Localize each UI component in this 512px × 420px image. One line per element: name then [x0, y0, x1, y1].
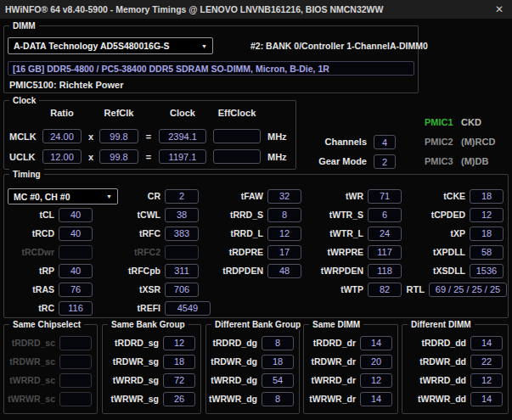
field-tRFC: tRFC383: [94, 224, 199, 243]
tWRRD_sc-value: [59, 373, 92, 388]
field-tWRRD_sc: tWRRD_sc: [6, 371, 92, 389]
field-tWRWR_dr: tWRWR_dr14: [306, 389, 392, 408]
field-tXPDLL: tXPDLL58: [400, 243, 504, 261]
field-tWRRD_dr: tWRRD_dr12: [306, 371, 392, 389]
same-chipselect-fields: tRDRD_sctRDWR_sctWRRD_sctWRWR_sc: [6, 333, 92, 408]
field-tRP: tRP40: [6, 261, 93, 280]
CR-value[interactable]: 2: [165, 189, 199, 204]
tWRWR_dd-value[interactable]: 14: [470, 392, 503, 406]
tWRWR_sg-value[interactable]: 26: [163, 392, 195, 406]
field-tWR: tWR71: [300, 187, 402, 205]
tRC-value[interactable]: 116: [59, 301, 93, 316]
tRRD_S-value[interactable]: 8: [267, 208, 301, 222]
module-info-text: [16 GB] DDR5-4800 / PC5-38400 DDR5 SDRAM…: [13, 64, 329, 74]
tRDRD_sg-label: tRDRD_sg: [104, 338, 159, 348]
field-tRDWR_dg: tRDWR_dg18: [208, 352, 294, 371]
gear-mode-value[interactable]: 2: [374, 154, 396, 169]
tCWL-value[interactable]: 38: [165, 208, 199, 222]
tRDWR_dd-label: tRDWR_dd: [404, 356, 466, 367]
tWTR_L-value[interactable]: 24: [368, 227, 402, 241]
tRAS-value[interactable]: 76: [59, 283, 93, 297]
tRDRD_dr-value[interactable]: 14: [360, 336, 392, 350]
tRFC-value[interactable]: 383: [165, 227, 199, 241]
tWTR_S-value[interactable]: 6: [368, 208, 402, 222]
rtl-value[interactable]: 69 / 25 / 25 / 25: [429, 283, 507, 297]
field-tWRRD_dd: tWRRD_dd12: [404, 371, 503, 389]
field-tXSDLL: tXSDLL1536: [400, 261, 504, 280]
tXPDLL-value[interactable]: 58: [470, 245, 504, 260]
field-tRDRD_sg: tRDRD_sg12: [104, 333, 195, 352]
tRCDwr-value: [59, 245, 93, 260]
module-info-box: [16 GB] DDR5-4800 / PC5-38400 DDR5 SDRAM…: [8, 61, 414, 76]
rtl-field: RTL 69 / 25 / 25 / 25: [391, 280, 507, 299]
tWTR_S-label: tWTR_S: [300, 210, 363, 220]
tRAS-label: tRAS: [6, 284, 54, 294]
uclk-effclock-value[interactable]: [213, 149, 261, 164]
tRCD-value[interactable]: 40: [59, 227, 93, 241]
field-tRRD_S: tRRD_S8: [200, 205, 301, 224]
gear-mode-label: Gear Mode: [299, 156, 367, 166]
timing-column-3: tFAW32tRRD_S8tRRD_L12tRDPRE17tRDPDEN48: [200, 187, 301, 280]
tCPDED-value[interactable]: 12: [470, 208, 504, 222]
different-bank-group-fields: tRDRD_dg8tRDWR_dg18tWRRD_dg54tWRWR_dg8: [208, 333, 294, 408]
tWRRD_dd-value[interactable]: 12: [470, 373, 503, 388]
tRFCpb-value[interactable]: 311: [165, 264, 199, 278]
tWRWR_sc-value: [59, 392, 92, 406]
channels-value[interactable]: 4: [374, 135, 396, 149]
tXPDLL-label: tXPDLL: [400, 247, 465, 257]
close-icon[interactable]: ✕: [495, 0, 504, 19]
pmic1-tag: CKD: [461, 117, 481, 127]
mclk-clock-value[interactable]: 2394.1: [159, 129, 206, 143]
tRP-value[interactable]: 40: [59, 264, 93, 278]
tRDWR_sg-value[interactable]: 18: [163, 355, 195, 369]
tWRPRE-value[interactable]: 117: [368, 245, 402, 260]
multiply-sign: x: [86, 132, 96, 142]
field-tRCDwr: tRCDwr: [6, 243, 93, 261]
uclk-ratio-value[interactable]: 12.00: [42, 149, 82, 164]
pmic3-label: PMIC3: [425, 156, 453, 166]
field-tRRD_L: tRRD_L12: [200, 224, 301, 243]
uclk-refclk-value[interactable]: 99.8: [99, 149, 138, 164]
tFAW-value[interactable]: 32: [267, 189, 301, 204]
tWRRD_dr-value[interactable]: 12: [360, 373, 392, 388]
tWRWR_dr-value[interactable]: 14: [360, 392, 392, 406]
tWR-value[interactable]: 71: [368, 189, 402, 204]
tRDWR_dg-value[interactable]: 18: [262, 355, 294, 369]
tRDWR_dr-value[interactable]: 20: [360, 355, 392, 369]
tRDRD_dd-value[interactable]: 14: [470, 336, 503, 350]
uclk-clock-value[interactable]: 1197.1: [159, 149, 206, 164]
mclk-effclock-value[interactable]: [213, 129, 261, 143]
field-tRAS: tRAS76: [6, 280, 93, 299]
tRDWR_dd-value[interactable]: 22: [470, 355, 503, 369]
rtl-label: RTL: [391, 284, 425, 294]
mclk-ratio-value[interactable]: 24.00: [42, 129, 82, 143]
tXSDLL-value[interactable]: 1536: [470, 264, 504, 278]
tWTP-label: tWTP: [300, 284, 363, 294]
tRDRD_dg-value[interactable]: 8: [262, 336, 294, 350]
tCKE-value[interactable]: 18: [470, 189, 504, 204]
tWRPDEN-value[interactable]: 118: [368, 264, 402, 278]
tRDPDEN-value[interactable]: 48: [267, 264, 301, 278]
tWRWR_dr-label: tWRWR_dr: [306, 394, 356, 404]
tWRWR_dg-value[interactable]: 8: [262, 392, 294, 406]
timing-column-4: tWR71tWTR_S6tWTR_L24tWRPRE117tWRPDEN118t…: [300, 187, 402, 299]
tRDWR_dr-label: tRDWR_dr: [306, 356, 356, 367]
tXP-value[interactable]: 18: [470, 227, 504, 241]
tXSR-value[interactable]: 706: [165, 283, 199, 297]
tRDWR_dg-label: tRDWR_dg: [208, 356, 257, 367]
tWRRD_dd-label: tWRRD_dd: [404, 375, 466, 385]
CR-label: CR: [94, 191, 160, 201]
tWRRD_dg-value[interactable]: 54: [262, 373, 294, 388]
timing-legend: Timing: [9, 169, 44, 180]
mclk-refclk-value[interactable]: 99.8: [99, 129, 138, 143]
chevron-down-icon: ▼: [201, 43, 207, 49]
equals-sign: =: [143, 132, 154, 142]
tRRD_L-value[interactable]: 12: [267, 227, 301, 241]
dimm-selector[interactable]: A-DATA Technology AD5S480016G-S ▼: [8, 37, 213, 54]
tCL-value[interactable]: 40: [59, 208, 93, 222]
tREFI-value[interactable]: 4549: [165, 301, 211, 316]
tWRRD_sg-value[interactable]: 72: [163, 373, 195, 388]
tRDPRE-value[interactable]: 17: [267, 245, 301, 260]
tRDRD_sg-value[interactable]: 12: [163, 336, 195, 350]
title-bar: HWiNFO® 64 v8.40-5900 - Memory Timings @…: [0, 0, 512, 19]
